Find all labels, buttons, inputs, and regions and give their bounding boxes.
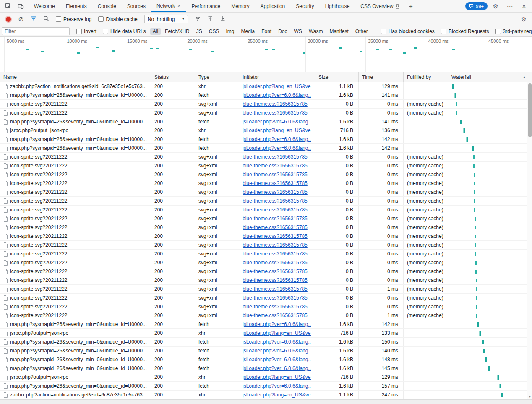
tab-memory[interactable]: Memory — [226, 0, 255, 12]
initiator-link[interactable]: blue-theme.css?1656315785 — [243, 224, 308, 230]
initiator-link[interactable]: jsLoader.php?ver=6.0.6&lang... — [243, 92, 311, 98]
preserve-log-checkbox[interactable] — [56, 16, 61, 22]
import-har-button[interactable] — [204, 14, 216, 25]
throttling-dropdown[interactable]: No throttling ▼ — [144, 15, 188, 23]
initiator-link[interactable]: jsLoader.php?ver=6.0.6&lang... — [243, 136, 311, 142]
record-button[interactable] — [3, 14, 14, 25]
table-row[interactable]: icon-sprite.svg?20211222200svg+xmlblue-t… — [0, 294, 532, 302]
tab-console[interactable]: Console — [92, 0, 122, 12]
table-row[interactable]: map.php?sysmapid=26&severity_min=0&uniqu… — [0, 364, 532, 373]
tab-performance[interactable]: Performance — [186, 0, 226, 12]
table-row[interactable]: icon-sprite.svg?20211222200svg+xmlblue-t… — [0, 223, 532, 232]
initiator-link[interactable]: jsLoader.php?ver=6.0.6&lang... — [243, 145, 311, 151]
column-header-name[interactable]: Name — [0, 72, 151, 82]
table-row[interactable]: jsrpc.php?output=json-rpc200xhrjsLoader.… — [0, 373, 532, 382]
initiator-link[interactable]: blue-theme.css?1656315785 — [243, 260, 308, 266]
table-row[interactable]: icon-sprite.svg?20211222200svg+xmlblue-t… — [0, 100, 532, 109]
table-row[interactable]: icon-sprite.svg?20211222200svg+xmlblue-t… — [0, 241, 532, 250]
filter-type-css[interactable]: CSS — [206, 28, 222, 35]
initiator-link[interactable]: jsLoader.php?ver=6.0.6&lang... — [243, 357, 311, 362]
table-row[interactable]: map.php?sysmapid=26&severity_min=0&uniqu… — [0, 338, 532, 347]
table-row[interactable]: icon-sprite.svg?20211222200svg+xmlblue-t… — [0, 250, 532, 258]
initiator-link[interactable]: jsLoader.php?lang=en_US&ve... — [243, 128, 311, 133]
table-row[interactable]: icon-sprite.svg?20211222200svg+xmlblue-t… — [0, 214, 532, 223]
initiator-link[interactable]: jsLoader.php?ver=6.0.6&lang... — [243, 383, 311, 389]
table-row[interactable]: icon-sprite.svg?20211222200svg+xmlblue-t… — [0, 302, 532, 311]
column-header-type[interactable]: Type — [195, 72, 239, 82]
table-row[interactable]: icon-sprite.svg?20211222200svg+xmlblue-t… — [0, 170, 532, 179]
blocked-requests-checkbox[interactable] — [441, 29, 446, 34]
column-header-initiator[interactable]: Initiator — [239, 72, 315, 82]
table-row[interactable]: icon-sprite.svg?20211222200svg+xmlblue-t… — [0, 285, 532, 294]
tab-close-icon[interactable]: × — [177, 3, 181, 9]
table-row[interactable]: icon-sprite.svg?20211222200svg+xmlblue-t… — [0, 109, 532, 117]
close-devtools-icon[interactable]: × — [518, 3, 530, 9]
table-row[interactable]: icon-sprite.svg?20211222200svg+xmlblue-t… — [0, 232, 532, 241]
initiator-link[interactable]: blue-theme.css?1656315785 — [243, 295, 308, 301]
scrollbar-thumb[interactable] — [528, 83, 532, 137]
invert-toggle[interactable]: Invert — [76, 29, 96, 34]
table-row[interactable]: map.php?sysmapid=26&severity_min=0&uniqu… — [0, 91, 532, 100]
inspect-element-icon[interactable] — [2, 0, 14, 12]
device-toolbar-icon[interactable] — [14, 0, 27, 12]
more-options-icon[interactable]: ⋯ — [503, 3, 516, 9]
table-row[interactable]: icon-sprite.svg?20211222200svg+xmlblue-t… — [0, 188, 532, 197]
initiator-link[interactable]: blue-theme.css?1656315785 — [243, 304, 308, 310]
initiator-link[interactable]: blue-theme.css?1656315785 — [243, 277, 308, 283]
table-row[interactable]: icon-sprite.svg?20211222200svg+xmlblue-t… — [0, 153, 532, 162]
preserve-log-toggle[interactable]: Preserve log — [56, 16, 91, 22]
filter-type-fetch-xhr[interactable]: Fetch/XHR — [162, 28, 192, 35]
initiator-link[interactable]: blue-theme.css?1656315785 — [243, 216, 308, 222]
initiator-link[interactable]: blue-theme.css?1656315785 — [243, 233, 308, 239]
search-button[interactable] — [40, 14, 52, 25]
filter-type-manifest[interactable]: Manifest — [327, 28, 351, 35]
table-row[interactable]: icon-sprite.svg?20211222200svg+xmlblue-t… — [0, 197, 532, 206]
tab-lighthouse[interactable]: Lighthouse — [320, 0, 355, 12]
filter-type-font[interactable]: Font — [259, 28, 274, 35]
invert-checkbox[interactable] — [76, 29, 82, 34]
issues-count-badge[interactable]: 99+ — [465, 2, 488, 10]
tab-network[interactable]: Network× — [151, 0, 186, 12]
initiator-link[interactable]: blue-theme.css?1656315785 — [243, 268, 308, 274]
initiator-link[interactable]: blue-theme.css?1656315785 — [243, 251, 308, 257]
filter-type-img[interactable]: Img — [223, 28, 237, 35]
table-row[interactable]: icon-sprite.svg?20211222200svg+xmlblue-t… — [0, 267, 532, 276]
hide-data-urls-checkbox[interactable] — [103, 29, 108, 34]
table-row[interactable]: jsrpc.php?output=json-rpc200xhrjsLoader.… — [0, 126, 532, 135]
column-header-time[interactable]: Time — [359, 72, 404, 82]
initiator-link[interactable]: blue-theme.css?1656315785 — [243, 207, 308, 213]
filter-toggle-button[interactable] — [28, 14, 39, 25]
initiator-link[interactable]: blue-theme.css?1656315785 — [243, 110, 308, 116]
new-tab-plus-icon[interactable]: + — [405, 0, 416, 12]
table-row[interactable]: icon-sprite.svg?20211222200svg+xmlblue-t… — [0, 179, 532, 188]
initiator-link[interactable]: jsLoader.php?lang=en_US&ve... — [243, 83, 311, 89]
initiator-link[interactable]: jsLoader.php?ver=6.0.6&lang... — [243, 339, 311, 345]
tab-application[interactable]: Application — [255, 0, 291, 12]
vertical-scrollbar[interactable]: ▼ — [527, 82, 532, 399]
initiator-link[interactable]: jsLoader.php?ver=6.0.6&lang... — [243, 365, 311, 371]
third-party-requests-checkbox[interactable] — [495, 29, 501, 34]
initiator-link[interactable]: blue-theme.css?1656315785 — [243, 242, 308, 248]
clear-network-log-button[interactable]: ⊘ — [15, 14, 27, 25]
initiator-link[interactable]: jsLoader.php?lang=en_US&ve... — [243, 392, 311, 398]
tab-security[interactable]: Security — [290, 0, 319, 12]
filter-type-media[interactable]: Media — [238, 28, 257, 35]
table-row[interactable]: zabbix.php?action=notifications.get&sid=… — [0, 82, 532, 91]
table-row[interactable]: map.php?sysmapid=26&severity_min=0&uniqu… — [0, 144, 532, 153]
hide-data-urls-toggle[interactable]: Hide data URLs — [103, 29, 146, 34]
export-har-button[interactable] — [217, 14, 229, 25]
table-row[interactable]: map.php?sysmapid=26&severity_min=0&uniqu… — [0, 347, 532, 355]
initiator-link[interactable]: blue-theme.css?1656315785 — [243, 180, 308, 186]
table-row[interactable]: map.php?sysmapid=26&severity_min=0&uniqu… — [0, 320, 532, 329]
initiator-link[interactable]: jsLoader.php?ver=6.0.6&lang... — [243, 321, 311, 327]
initiator-link[interactable]: jsLoader.php?ver=6.0.6&lang... — [243, 119, 311, 125]
filter-type-doc[interactable]: Doc — [276, 28, 289, 35]
table-row[interactable]: zabbix.php?action=notifications.get&sid=… — [0, 391, 532, 399]
third-party-requests-toggle[interactable]: 3rd-party requests — [495, 29, 532, 34]
table-row[interactable]: map.php?sysmapid=26&severity_min=0&uniqu… — [0, 135, 532, 144]
disable-cache-toggle[interactable]: Disable cache — [98, 16, 137, 22]
table-row[interactable]: icon-sprite.svg?20211222200svg+xmlblue-t… — [0, 258, 532, 267]
initiator-link[interactable]: blue-theme.css?1656315785 — [243, 313, 308, 318]
initiator-link[interactable]: blue-theme.css?1656315785 — [243, 189, 308, 195]
filter-input[interactable] — [2, 27, 70, 35]
